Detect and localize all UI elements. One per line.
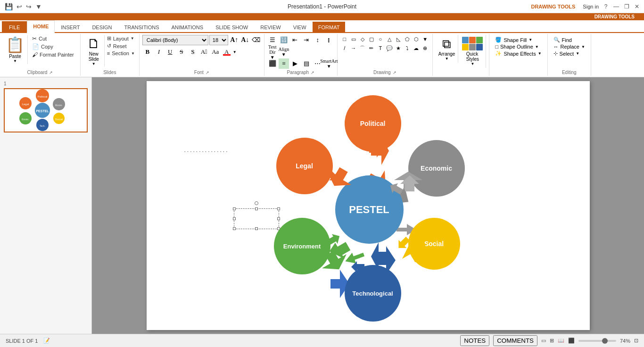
char-spacing-button[interactable]: A⃥ (199, 47, 209, 57)
select-button[interactable]: ⊹ Select ▼ (553, 50, 585, 57)
numbering-button[interactable]: 🔢 (279, 35, 289, 45)
selection-box[interactable] (234, 208, 279, 229)
social-circle[interactable]: Social (408, 218, 460, 270)
justify-button[interactable]: ▤ (301, 58, 312, 69)
section-button[interactable]: ≡ Section▼ (106, 50, 136, 57)
shape-text[interactable]: T (376, 44, 385, 52)
tab-home[interactable]: HOME (27, 20, 55, 33)
align-text-button[interactable]: Align ▼ (279, 47, 289, 57)
tab-view[interactable]: VIEW (287, 21, 313, 33)
strikethrough-button[interactable]: S (176, 47, 187, 57)
decrease-indent-button[interactable]: ⇤ (290, 35, 300, 45)
shape-cloud[interactable]: ☁ (412, 44, 421, 52)
change-case-button[interactable]: Aa (210, 47, 221, 57)
pestel-center-circle[interactable]: PESTEL (335, 175, 404, 244)
slide-area[interactable]: ··············· (92, 77, 644, 334)
reset-button[interactable]: ↺ Reset (106, 42, 136, 50)
undo-icon[interactable]: ↩ (16, 2, 23, 11)
handle-bl[interactable] (233, 227, 236, 230)
slide-thumbnail[interactable]: PESTEL Political Econ. Social Tech. Envi… (4, 88, 88, 132)
find-button[interactable]: 🔍 Find (553, 37, 585, 43)
legal-circle[interactable]: Legal (276, 138, 333, 194)
increase-indent-button[interactable]: ⇥ (301, 35, 312, 45)
comments-button[interactable]: COMMENTS (493, 335, 537, 346)
tab-format[interactable]: FORMAT (313, 22, 346, 33)
view-grid-icon[interactable]: ⊞ (550, 338, 554, 344)
paragraph-expand[interactable]: ↗ (311, 70, 314, 75)
font-name-select[interactable]: Calibri (Body) (142, 35, 208, 45)
shape-rt-triangle[interactable]: ◺ (394, 35, 403, 43)
political-circle[interactable]: Political (345, 95, 401, 152)
shape-rect2[interactable]: ▭ (349, 35, 358, 43)
text-direction-button[interactable]: Text Dir ▼ (267, 47, 278, 57)
align-left-button[interactable]: ⬛ (267, 58, 278, 69)
tab-review[interactable]: REVIEW (254, 21, 287, 33)
environment-circle[interactable]: Environment (274, 218, 330, 274)
redo-icon[interactable]: ↪ (25, 2, 33, 11)
paste-button[interactable]: 📋 Paste ▼ (3, 35, 28, 64)
replace-button[interactable]: ↔ Replace ▼ (553, 44, 585, 50)
rotate-handle[interactable] (255, 201, 258, 205)
font-expand[interactable]: ↗ (206, 70, 209, 75)
signin-link[interactable]: Sign in (583, 4, 599, 9)
fit-page-icon[interactable]: ⊡ (634, 338, 638, 344)
minimize-btn[interactable]: — (613, 3, 619, 10)
shape-callout[interactable]: 💬 (385, 44, 394, 52)
handle-bm[interactable] (255, 227, 258, 230)
shape-star[interactable]: ★ (394, 44, 403, 52)
tab-transitions[interactable]: TRANSITIONS (118, 21, 165, 33)
shape-misc[interactable]: ⊕ (421, 44, 429, 52)
technological-circle[interactable]: Technological (345, 265, 401, 322)
underline-button[interactable]: U (165, 47, 175, 57)
zoom-slider[interactable] (578, 340, 616, 342)
tab-animations[interactable]: ANIMATIONS (165, 21, 210, 33)
shape-rect[interactable]: □ (340, 35, 349, 43)
save-icon[interactable]: 💾 (4, 2, 14, 11)
restore-btn[interactable]: ❐ (623, 3, 630, 10)
view-normal-icon[interactable]: ▭ (541, 338, 546, 344)
font-size-select[interactable]: 18 (209, 35, 228, 45)
clipboard-expand[interactable]: ↗ (49, 70, 53, 75)
line-spacing-button[interactable]: ↕ (313, 35, 323, 45)
shape-connector[interactable]: ⤵ (403, 44, 412, 52)
align-center-button[interactable]: ≡ (279, 58, 289, 69)
handle-ml[interactable] (233, 217, 236, 220)
arrange-button[interactable]: ⧉ Arrange ▼ (436, 35, 459, 63)
shape-curve[interactable]: ⌒ (358, 44, 367, 52)
shape-line[interactable]: / (340, 44, 349, 52)
handle-mr[interactable] (277, 217, 280, 220)
columns-button[interactable]: ⫿ (324, 35, 334, 45)
view-reading-icon[interactable]: 📖 (558, 338, 564, 344)
shape-fill-button[interactable]: 🪣 Shape Fill ▼ (495, 37, 541, 43)
new-slide-button[interactable]: 🗋 NewSlide ▼ (83, 35, 105, 67)
format-painter-button[interactable]: 🖌 Format Painter (31, 51, 75, 58)
shape-pentagon[interactable]: ⬠ (403, 35, 412, 43)
shape-more[interactable]: ▼ (421, 35, 429, 43)
cut-button[interactable]: ✂ Cut (31, 35, 75, 42)
handle-tl[interactable] (233, 207, 236, 210)
smartart-button[interactable]: SmartArt ▼ (324, 58, 334, 69)
drawing-expand[interactable]: ↗ (393, 70, 396, 75)
shape-round-rect[interactable]: ▢ (367, 35, 376, 43)
font-shrink-button[interactable]: A↓ (240, 35, 250, 45)
tab-insert[interactable]: INSERT (55, 21, 86, 33)
bold-button[interactable]: B (142, 47, 153, 57)
shape-diamond[interactable]: ◇ (358, 35, 367, 43)
tab-design[interactable]: DESIGN (86, 21, 118, 33)
clear-format-button[interactable]: ⌫ (251, 35, 261, 45)
font-grow-button[interactable]: A↑ (229, 35, 239, 45)
help-btn[interactable]: ? (603, 3, 609, 10)
text-shadow-button[interactable]: S (188, 47, 198, 57)
economic-circle[interactable]: Economic (408, 140, 465, 197)
shape-triangle[interactable]: △ (385, 35, 394, 43)
shape-free[interactable]: ✏ (367, 44, 376, 52)
close-btn[interactable]: ✕ (634, 3, 640, 10)
handle-tm[interactable] (255, 207, 258, 210)
customize-icon[interactable]: ▼ (34, 2, 43, 11)
layout-button[interactable]: ⊞ Layout▼ (106, 35, 136, 42)
handle-tr[interactable] (277, 207, 280, 210)
shape-effects-button[interactable]: ✨ Shape Effects ▼ (495, 50, 541, 57)
align-right-button[interactable]: ▶ (290, 58, 300, 69)
shape-outline-button[interactable]: □ Shape Outline ▼ (495, 44, 541, 50)
tab-slideshow[interactable]: SLIDE SHOW (209, 21, 254, 33)
